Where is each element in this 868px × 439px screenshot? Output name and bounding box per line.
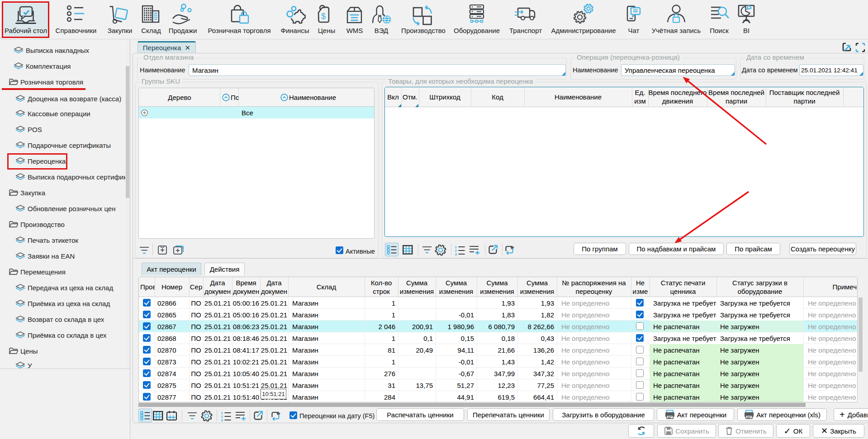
svg-text:$: $ [321, 12, 326, 21]
svg-text:3: 3 [455, 252, 457, 255]
svg-text:3: 3 [221, 418, 223, 421]
